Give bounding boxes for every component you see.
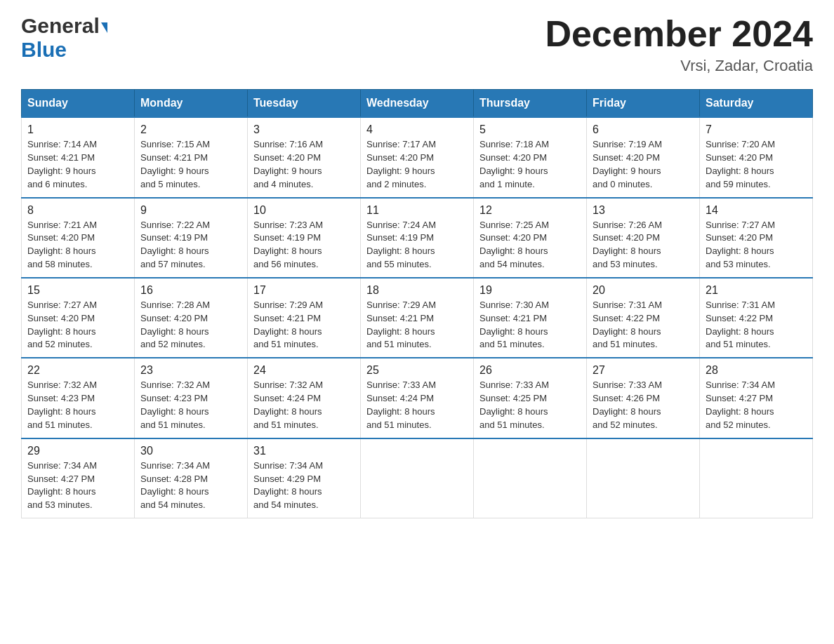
day-info: Sunrise: 7:34 AMSunset: 4:29 PMDaylight:… — [253, 459, 355, 512]
calendar-cell — [587, 438, 700, 518]
day-info: Sunrise: 7:27 AMSunset: 4:20 PMDaylight:… — [27, 299, 128, 351]
col-header-friday: Friday — [587, 90, 700, 118]
calendar-cell: 10Sunrise: 7:23 AMSunset: 4:19 PMDayligh… — [248, 198, 361, 278]
calendar-cell: 13Sunrise: 7:26 AMSunset: 4:20 PMDayligh… — [587, 198, 700, 278]
calendar-cell: 21Sunrise: 7:31 AMSunset: 4:22 PMDayligh… — [700, 278, 813, 358]
day-info: Sunrise: 7:16 AMSunset: 4:20 PMDaylight:… — [253, 138, 355, 191]
day-number: 15 — [27, 284, 128, 297]
day-info: Sunrise: 7:33 AMSunset: 4:24 PMDaylight:… — [366, 379, 468, 431]
day-number: 26 — [479, 364, 581, 377]
day-number: 1 — [27, 123, 128, 136]
day-info: Sunrise: 7:34 AMSunset: 4:27 PMDaylight:… — [27, 459, 128, 512]
day-number: 19 — [479, 284, 581, 297]
col-header-wednesday: Wednesday — [361, 90, 474, 118]
day-info: Sunrise: 7:26 AMSunset: 4:20 PMDaylight:… — [593, 219, 694, 271]
day-number: 11 — [366, 204, 468, 217]
col-header-sunday: Sunday — [22, 90, 135, 118]
day-info: Sunrise: 7:31 AMSunset: 4:22 PMDaylight:… — [593, 299, 694, 351]
day-number: 9 — [140, 204, 241, 217]
day-number: 22 — [27, 364, 128, 377]
calendar-cell: 6Sunrise: 7:19 AMSunset: 4:20 PMDaylight… — [587, 117, 700, 197]
day-number: 14 — [706, 204, 807, 217]
calendar-cell: 12Sunrise: 7:25 AMSunset: 4:20 PMDayligh… — [474, 198, 587, 278]
calendar-cell — [361, 438, 474, 518]
day-info: Sunrise: 7:33 AMSunset: 4:25 PMDaylight:… — [479, 379, 581, 431]
calendar-cell: 3Sunrise: 7:16 AMSunset: 4:20 PMDaylight… — [248, 117, 361, 197]
day-info: Sunrise: 7:32 AMSunset: 4:24 PMDaylight:… — [253, 379, 355, 431]
calendar-cell: 22Sunrise: 7:32 AMSunset: 4:23 PMDayligh… — [22, 358, 135, 438]
day-number: 6 — [593, 123, 694, 136]
col-header-thursday: Thursday — [474, 90, 587, 118]
day-number: 27 — [593, 364, 694, 377]
calendar-cell: 7Sunrise: 7:20 AMSunset: 4:20 PMDaylight… — [700, 117, 813, 197]
day-info: Sunrise: 7:25 AMSunset: 4:20 PMDaylight:… — [479, 219, 581, 271]
calendar-cell: 1Sunrise: 7:14 AMSunset: 4:21 PMDaylight… — [22, 117, 135, 197]
day-number: 31 — [253, 445, 355, 457]
day-info: Sunrise: 7:30 AMSunset: 4:21 PMDaylight:… — [479, 299, 581, 351]
day-number: 10 — [253, 204, 355, 217]
day-info: Sunrise: 7:14 AMSunset: 4:21 PMDaylight:… — [27, 138, 128, 191]
day-info: Sunrise: 7:17 AMSunset: 4:20 PMDaylight:… — [366, 138, 468, 191]
calendar-cell: 30Sunrise: 7:34 AMSunset: 4:28 PMDayligh… — [135, 438, 248, 518]
day-info: Sunrise: 7:19 AMSunset: 4:20 PMDaylight:… — [593, 138, 694, 191]
calendar-cell: 28Sunrise: 7:34 AMSunset: 4:27 PMDayligh… — [700, 358, 813, 438]
calendar-cell: 19Sunrise: 7:30 AMSunset: 4:21 PMDayligh… — [474, 278, 587, 358]
logo: General Blue — [21, 14, 107, 62]
day-number: 12 — [479, 204, 581, 217]
day-info: Sunrise: 7:34 AMSunset: 4:28 PMDaylight:… — [140, 459, 241, 512]
calendar-cell — [474, 438, 587, 518]
calendar-week-row: 1Sunrise: 7:14 AMSunset: 4:21 PMDaylight… — [22, 117, 813, 197]
day-info: Sunrise: 7:32 AMSunset: 4:23 PMDaylight:… — [27, 379, 128, 431]
calendar-cell: 17Sunrise: 7:29 AMSunset: 4:21 PMDayligh… — [248, 278, 361, 358]
day-info: Sunrise: 7:33 AMSunset: 4:26 PMDaylight:… — [593, 379, 694, 431]
day-number: 29 — [27, 445, 128, 457]
logo-triangle-icon — [101, 22, 107, 33]
day-number: 30 — [140, 445, 241, 457]
calendar-week-row: 15Sunrise: 7:27 AMSunset: 4:20 PMDayligh… — [22, 278, 813, 358]
day-number: 25 — [366, 364, 468, 377]
calendar-cell: 26Sunrise: 7:33 AMSunset: 4:25 PMDayligh… — [474, 358, 587, 438]
calendar-cell: 20Sunrise: 7:31 AMSunset: 4:22 PMDayligh… — [587, 278, 700, 358]
calendar-cell: 14Sunrise: 7:27 AMSunset: 4:20 PMDayligh… — [700, 198, 813, 278]
calendar-table: SundayMondayTuesdayWednesdayThursdayFrid… — [21, 89, 813, 518]
day-number: 17 — [253, 284, 355, 297]
day-number: 5 — [479, 123, 581, 136]
calendar-week-row: 8Sunrise: 7:21 AMSunset: 4:20 PMDaylight… — [22, 198, 813, 278]
day-info: Sunrise: 7:31 AMSunset: 4:22 PMDaylight:… — [706, 299, 807, 351]
day-info: Sunrise: 7:27 AMSunset: 4:20 PMDaylight:… — [706, 219, 807, 271]
day-info: Sunrise: 7:23 AMSunset: 4:19 PMDaylight:… — [253, 219, 355, 271]
header-right: December 2024 Vrsi, Zadar, Croatia — [545, 14, 813, 75]
day-info: Sunrise: 7:29 AMSunset: 4:21 PMDaylight:… — [366, 299, 468, 351]
calendar-cell: 9Sunrise: 7:22 AMSunset: 4:19 PMDaylight… — [135, 198, 248, 278]
calendar-cell: 5Sunrise: 7:18 AMSunset: 4:20 PMDaylight… — [474, 117, 587, 197]
calendar-cell: 27Sunrise: 7:33 AMSunset: 4:26 PMDayligh… — [587, 358, 700, 438]
day-number: 7 — [706, 123, 807, 136]
col-header-saturday: Saturday — [700, 90, 813, 118]
day-number: 24 — [253, 364, 355, 377]
day-info: Sunrise: 7:18 AMSunset: 4:20 PMDaylight:… — [479, 138, 581, 191]
calendar-cell: 11Sunrise: 7:24 AMSunset: 4:19 PMDayligh… — [361, 198, 474, 278]
calendar-week-row: 29Sunrise: 7:34 AMSunset: 4:27 PMDayligh… — [22, 438, 813, 518]
day-info: Sunrise: 7:32 AMSunset: 4:23 PMDaylight:… — [140, 379, 241, 431]
calendar-cell: 24Sunrise: 7:32 AMSunset: 4:24 PMDayligh… — [248, 358, 361, 438]
calendar-week-row: 22Sunrise: 7:32 AMSunset: 4:23 PMDayligh… — [22, 358, 813, 438]
calendar-cell — [700, 438, 813, 518]
logo-blue-text: Blue — [21, 38, 107, 62]
calendar-body: 1Sunrise: 7:14 AMSunset: 4:21 PMDaylight… — [22, 117, 813, 518]
calendar-cell: 16Sunrise: 7:28 AMSunset: 4:20 PMDayligh… — [135, 278, 248, 358]
day-info: Sunrise: 7:20 AMSunset: 4:20 PMDaylight:… — [706, 138, 807, 191]
calendar-cell: 29Sunrise: 7:34 AMSunset: 4:27 PMDayligh… — [22, 438, 135, 518]
day-info: Sunrise: 7:28 AMSunset: 4:20 PMDaylight:… — [140, 299, 241, 351]
calendar-cell: 15Sunrise: 7:27 AMSunset: 4:20 PMDayligh… — [22, 278, 135, 358]
calendar-cell: 8Sunrise: 7:21 AMSunset: 4:20 PMDaylight… — [22, 198, 135, 278]
calendar-header: SundayMondayTuesdayWednesdayThursdayFrid… — [22, 90, 813, 118]
day-info: Sunrise: 7:34 AMSunset: 4:27 PMDaylight:… — [706, 379, 807, 431]
calendar-cell: 25Sunrise: 7:33 AMSunset: 4:24 PMDayligh… — [361, 358, 474, 438]
day-info: Sunrise: 7:24 AMSunset: 4:19 PMDaylight:… — [366, 219, 468, 271]
page-header: General Blue December 2024 Vrsi, Zadar, … — [21, 14, 813, 75]
calendar-cell: 4Sunrise: 7:17 AMSunset: 4:20 PMDaylight… — [361, 117, 474, 197]
calendar-cell: 18Sunrise: 7:29 AMSunset: 4:21 PMDayligh… — [361, 278, 474, 358]
day-info: Sunrise: 7:15 AMSunset: 4:21 PMDaylight:… — [140, 138, 241, 191]
day-number: 4 — [366, 123, 468, 136]
day-number: 3 — [253, 123, 355, 136]
